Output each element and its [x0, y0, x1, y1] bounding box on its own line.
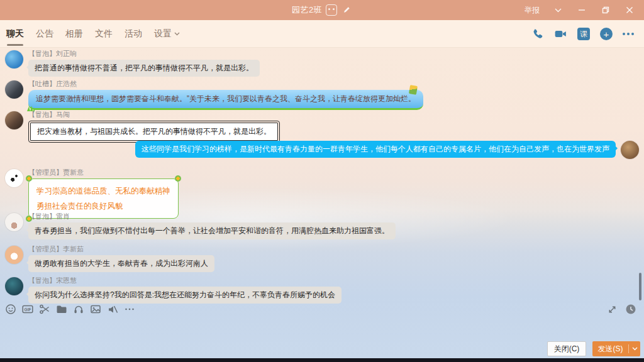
avatar[interactable]: [5, 246, 23, 264]
bubble-sticker-icon: [409, 85, 418, 95]
message-bubble: 你问我为什么选择坚持?我的回答是:我想在还能努力奋斗的年纪，不辜负青春所赐予的机…: [28, 287, 341, 304]
message-row: 【冒泡】宋恩慧 你问我为什么选择坚持?我的回答是:我想在还能努力奋斗的年纪，不辜…: [5, 276, 619, 304]
minimize-button[interactable]: [576, 4, 587, 16]
message-row: 【吐槽】庄浩然 追梦需要激情和理想，圆梦需要奋斗和奉献。”关于未来，我们要以青春…: [5, 79, 619, 110]
avatar[interactable]: [5, 213, 23, 231]
more-icon[interactable]: [623, 33, 634, 35]
chevron-down-icon[interactable]: [552, 4, 564, 16]
report-button[interactable]: 举报: [525, 5, 540, 16]
message-row: 【管理员】贾新意 学习崇高的道德品质、无私的奉献精神 勇担社会责任的良好风貌: [5, 168, 619, 219]
message-bubble: 做勇敢有担当的大学生，奉献青春，成为出彩河南人: [28, 255, 214, 272]
screenshot-icon[interactable]: [39, 304, 50, 315]
bottom-strip: [0, 358, 644, 362]
send-options-chevron-icon[interactable]: [629, 347, 640, 351]
composer-toolbar-right: [606, 304, 636, 315]
close-button[interactable]: [624, 4, 635, 16]
message-row: 【冒泡】马闯 把灾难当教材，与祖国共成长。把平凡的事情做得不平凡，就是出彩。: [5, 110, 619, 141]
add-icon[interactable]: +: [600, 28, 613, 40]
emoji-icon[interactable]: [5, 304, 16, 315]
tab-album[interactable]: 相册: [65, 20, 83, 47]
message-row-self: 这些同学是我们学习的榜样，是新时代最有青春力量的一群青年学生，他们每个人都有自己…: [135, 141, 639, 158]
group-title: 园艺2班: [292, 4, 322, 16]
message-input[interactable]: [0, 317, 644, 340]
avatar[interactable]: [5, 277, 23, 295]
app-window: 园艺2班 举报 聊天 公告 相册 文: [0, 0, 644, 362]
avatar[interactable]: [5, 169, 23, 187]
avatar[interactable]: [621, 141, 639, 159]
voice-call-icon[interactable]: [531, 28, 543, 40]
sender-name: 【吐槽】庄浩然: [28, 79, 619, 89]
sender-name: 【冒泡】宋恩慧: [28, 276, 619, 285]
flower-icon: [26, 175, 32, 182]
message-bubble: 青春勇担当，我们应做到不惜付出每一个善举，让社会增加平安和谐的音符，用满腔热血来…: [28, 222, 396, 239]
gif-icon[interactable]: GIF: [22, 304, 33, 315]
folder-icon[interactable]: [56, 304, 67, 315]
tab-announcement[interactable]: 公告: [36, 20, 53, 47]
message-row: 【冒泡】雷肖 青春勇担当，我们应做到不惜付出每一个善举，让社会增加平安和谐的音符…: [5, 212, 619, 239]
expand-icon[interactable]: [606, 304, 618, 315]
avatar[interactable]: [5, 80, 23, 99]
message-row: 【管理员】李新茹 做勇敢有担当的大学生，奉献青春，成为出彩河南人: [5, 244, 619, 272]
scrollbar-thumb[interactable]: [639, 273, 641, 300]
video-call-icon[interactable]: [553, 28, 567, 40]
message-bubble: 追梦需要激情和理想，圆梦需要奋斗和奉献。”关于未来，我们要以青春之我、奋斗之我，…: [28, 90, 423, 110]
composer-toolbar: GIF: [5, 304, 135, 315]
gif-label: GIF: [25, 307, 31, 312]
message-row: 【冒泡】刘正响 把普通的事情做得不普通，把平凡的事情做得不平凡，就是出彩。: [5, 49, 619, 77]
group-badge-icon: [326, 4, 337, 16]
avatar[interactable]: [5, 111, 23, 129]
tab-settings[interactable]: 设置: [154, 20, 180, 47]
tab-files[interactable]: 文件: [95, 20, 113, 47]
more-tools-icon[interactable]: [124, 304, 135, 315]
tab-activity[interactable]: 活动: [125, 20, 142, 47]
sender-name: 【冒泡】刘正响: [28, 49, 619, 58]
sender-name: 【管理员】李新茹: [28, 244, 619, 254]
chevron-down-icon: [174, 32, 180, 36]
send-button[interactable]: 发送(S): [592, 341, 640, 356]
image-icon[interactable]: [90, 304, 101, 315]
message-bubble: 把灾难当教材，与祖国共成长。把平凡的事情做得不平凡，就是出彩。: [30, 123, 278, 141]
mute-icon[interactable]: [107, 304, 118, 315]
sender-name: 【冒泡】马闯: [28, 110, 619, 119]
flower-icon: [175, 175, 181, 182]
message-bubble: 把普通的事情做得不普通，把平凡的事情做得不平凡，就是出彩。: [28, 60, 260, 77]
maximize-button[interactable]: [600, 4, 611, 16]
avatar[interactable]: [5, 50, 23, 69]
history-icon[interactable]: [625, 304, 636, 315]
headset-icon[interactable]: [73, 304, 84, 315]
sender-name: 【冒泡】雷肖: [28, 212, 619, 221]
send-button-label: 发送(S): [592, 344, 628, 354]
sender-name: 【管理员】贾新意: [28, 168, 619, 177]
class-icon[interactable]: 课: [577, 28, 590, 40]
close-chat-button[interactable]: 关闭(C): [547, 341, 586, 356]
pencil-icon[interactable]: [341, 4, 352, 16]
message-bubble: 这些同学是我们学习的榜样，是新时代最有青春力量的一群青年学生，他们每个人都有自己…: [135, 141, 616, 158]
tab-chat[interactable]: 聊天: [6, 20, 24, 47]
titlebar: 园艺2班 举报: [0, 0, 644, 20]
